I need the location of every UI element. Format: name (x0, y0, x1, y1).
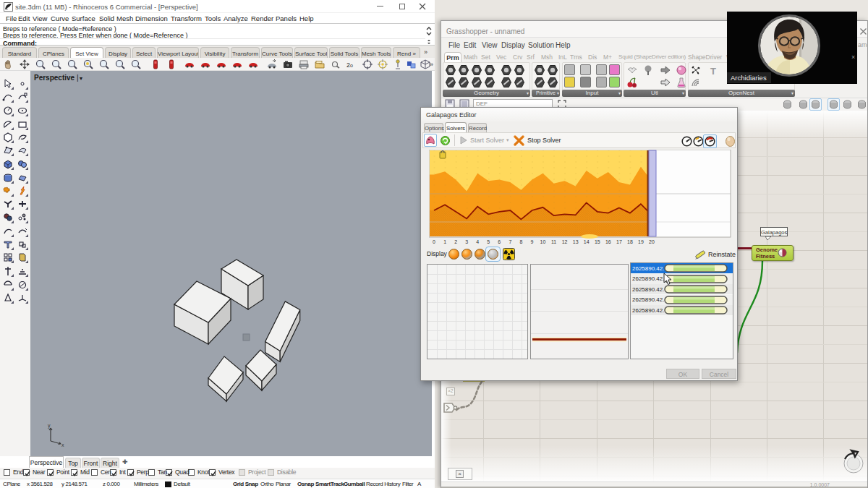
svg-text:x: x (61, 442, 64, 447)
svg-text:4: 4 (476, 239, 479, 244)
svg-text:13: 13 (573, 239, 579, 244)
svg-text:18: 18 (627, 239, 633, 244)
svg-text:8: 8 (519, 239, 522, 244)
svg-text:14: 14 (584, 239, 590, 244)
svg-text:16: 16 (605, 239, 611, 244)
svg-text:17: 17 (616, 239, 622, 244)
svg-text:1: 1 (443, 239, 446, 244)
svg-text:9: 9 (531, 239, 534, 244)
svg-text:6: 6 (498, 239, 501, 244)
svg-text:0: 0 (433, 239, 435, 244)
svg-text:20: 20 (649, 239, 655, 244)
svg-text:19: 19 (638, 239, 644, 244)
svg-text:10: 10 (540, 239, 546, 244)
svg-text:12: 12 (562, 239, 568, 244)
svg-text:3: 3 (465, 239, 468, 244)
svg-text:2: 2 (454, 239, 457, 244)
svg-text:5: 5 (487, 239, 490, 244)
svg-text:15: 15 (595, 239, 600, 244)
svg-text:7: 7 (509, 239, 511, 244)
svg-text:11: 11 (551, 239, 556, 244)
svg-text:2o: 2o (346, 61, 353, 69)
svg-text:y: y (48, 424, 51, 429)
